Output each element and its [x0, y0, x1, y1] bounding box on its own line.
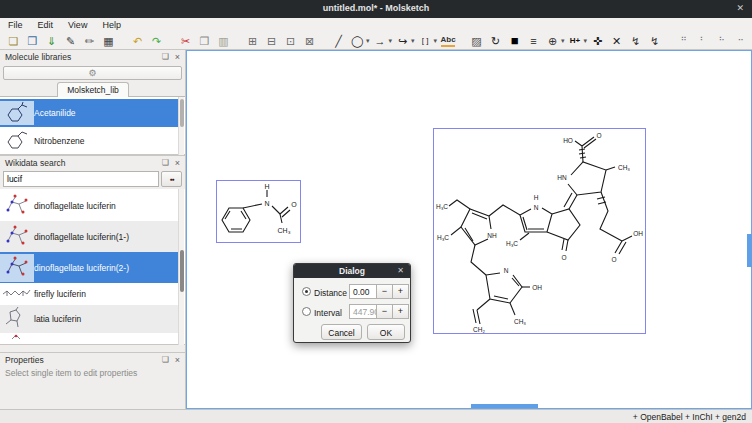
atom-label: OH	[633, 230, 643, 237]
align-icon-1[interactable]: ⠛	[677, 33, 691, 49]
chevron-down-icon[interactable]: ▾	[434, 37, 438, 45]
reaction-arrow-icon[interactable]: ↯	[629, 33, 643, 49]
text-tool-icon[interactable]: Abc	[441, 34, 455, 47]
tab-molsketch-lib[interactable]: Molsketch_lib	[57, 82, 129, 97]
atom-label: H	[534, 194, 539, 201]
atom-label: H₃C	[436, 203, 448, 210]
atom-label: HO	[563, 137, 573, 144]
interval-minus-button[interactable]: −	[376, 304, 393, 319]
list-item-acetanilide[interactable]: Acetanilide	[0, 99, 178, 127]
window-close-icon[interactable]: ✕	[736, 3, 744, 13]
atom-label: H₃C	[506, 240, 518, 247]
list-item-luciferin-0[interactable]: dinoflagellate luciferin	[0, 190, 178, 221]
save-icon[interactable]: ⇓	[45, 33, 59, 49]
chevron-down-icon[interactable]: ▾	[389, 37, 393, 45]
chevron-down-icon[interactable]: ▾	[561, 37, 565, 45]
export-icon[interactable]: ✏	[83, 33, 97, 49]
list-item-partial[interactable]	[0, 333, 178, 341]
properties-panel-header: Properties ❏ ×	[0, 352, 185, 367]
status-bar: + OpenBabel + InChI + gen2d	[0, 409, 752, 423]
mechanism-arrow-icon[interactable]: ↪	[396, 33, 410, 49]
chevron-down-icon[interactable]: ▾	[411, 37, 415, 45]
zoom-in-icon[interactable]: ⊞	[246, 33, 260, 49]
open-icon[interactable]: ❒	[26, 33, 40, 49]
canvas-vscrollbar-thumb[interactable]	[747, 234, 752, 267]
new-file-icon[interactable]: ❏	[7, 33, 21, 49]
bracket-tool-icon[interactable]: [ ]	[418, 33, 432, 49]
list-item-luciferin-4[interactable]: latia luciferin	[0, 305, 178, 333]
zoom-fit-icon[interactable]: ⊠	[303, 33, 317, 49]
title-bar: untitled.mol* - Molsketch ✕	[0, 0, 752, 18]
drawing-canvas[interactable]: H N O CH₃	[186, 50, 752, 409]
cut-icon[interactable]: ✂	[179, 33, 193, 49]
atom-label: H₃C	[437, 234, 449, 241]
menu-view[interactable]: View	[68, 20, 87, 30]
save-as-icon[interactable]: ✎	[64, 33, 78, 49]
list-item-nitrobenzene[interactable]: Nitrobenzene	[0, 127, 178, 154]
menu-edit[interactable]: Edit	[38, 20, 54, 30]
color-swatch-icon[interactable]: ■	[508, 33, 522, 49]
library-settings-button[interactable]: ⚙	[3, 66, 182, 80]
arrow-tool-icon[interactable]: →	[373, 33, 387, 49]
copy-icon[interactable]: ❐	[198, 33, 212, 49]
panel-float-icon[interactable]: ❏	[162, 355, 169, 364]
atom-label: O	[596, 132, 601, 139]
atom-label: CH₃	[514, 318, 526, 325]
selection-box-acetanilide[interactable]: H N O CH₃	[216, 180, 301, 243]
panel-close-icon[interactable]: ×	[175, 52, 180, 62]
panel-float-icon[interactable]: ❏	[162, 158, 169, 167]
interval-value[interactable]: 447.90	[349, 304, 377, 319]
move-tool-icon[interactable]: ✜	[591, 33, 605, 49]
menu-file[interactable]: File	[8, 20, 23, 30]
ring-tool-icon[interactable]: ◯	[351, 33, 365, 49]
redo-icon[interactable]: ↷	[150, 33, 164, 49]
atom-label: HN	[557, 174, 567, 181]
search-button[interactable]: ●●	[161, 171, 182, 187]
zoom-out-icon[interactable]: ⊟	[265, 33, 279, 49]
list-item-luciferin-3[interactable]: firefly luciferin	[0, 283, 178, 305]
search-input[interactable]	[3, 171, 159, 187]
charge-tool-icon[interactable]: ⊕	[546, 33, 560, 49]
distance-radio[interactable]	[302, 287, 311, 296]
interval-radio[interactable]	[302, 307, 311, 316]
paste-icon[interactable]: ▥	[217, 33, 231, 49]
wikidata-list-scrollbar[interactable]	[178, 189, 184, 345]
interval-plus-button[interactable]: +	[392, 304, 409, 319]
zoom-original-icon[interactable]: ⊡	[284, 33, 298, 49]
panel-close-icon[interactable]: ×	[175, 355, 180, 365]
list-item-luciferin-2[interactable]: dinoflagellate luciferin(2-)	[0, 252, 178, 283]
panel-float-icon[interactable]: ❏	[162, 52, 169, 61]
molecule-thumbnail	[0, 101, 34, 125]
ok-button[interactable]: OK	[367, 324, 405, 340]
align-icon-4[interactable]: ⠒	[734, 33, 748, 49]
list-item-luciferin-1[interactable]: dinoflagellate luciferin(1-)	[0, 221, 178, 252]
dialog-title-bar[interactable]: Dialog ✕	[294, 264, 410, 278]
align-icon-3[interactable]: ⠓	[715, 33, 729, 49]
chevron-down-icon[interactable]: ▾	[584, 37, 588, 45]
delete-tool-icon[interactable]: ✕	[610, 33, 624, 49]
undo-icon[interactable]: ↶	[131, 33, 145, 49]
selection-box-luciferin[interactable]: HO O CH₃ HN H N H₃C H₃C NH H₃C O OH O N …	[433, 128, 646, 334]
properties-panel-title: Properties	[5, 355, 44, 365]
chevron-down-icon[interactable]: ▾	[366, 37, 370, 45]
distance-plus-button[interactable]: +	[392, 284, 409, 299]
canvas-hscrollbar-thumb[interactable]	[471, 404, 538, 408]
menu-help[interactable]: Help	[102, 20, 121, 30]
draw-bond-icon[interactable]: ╱	[332, 33, 346, 49]
align-icon-2[interactable]: ⠃	[696, 33, 710, 49]
print-icon[interactable]: ▦	[102, 33, 116, 49]
hydrogen-tool-icon[interactable]: H+	[568, 33, 582, 49]
library-tab-bar: Molsketch_lib	[0, 81, 185, 97]
reaction-arrow-icon[interactable]: ↯	[648, 33, 662, 49]
cancel-button[interactable]: Cancel	[321, 324, 362, 340]
line-width-icon[interactable]: ≡	[527, 33, 541, 49]
rotate-tool-icon[interactable]: ↻	[489, 33, 503, 49]
distance-value[interactable]: 0.00	[349, 284, 377, 299]
molecule-thumbnail	[0, 192, 34, 220]
distance-minus-button[interactable]: −	[376, 284, 393, 299]
hatch-tool-icon[interactable]: ▨	[470, 33, 484, 49]
library-list-scrollbar[interactable]	[178, 97, 184, 155]
panel-close-icon[interactable]: ×	[175, 158, 180, 168]
atom-label: O	[611, 256, 616, 263]
dialog-close-icon[interactable]: ✕	[397, 266, 404, 275]
